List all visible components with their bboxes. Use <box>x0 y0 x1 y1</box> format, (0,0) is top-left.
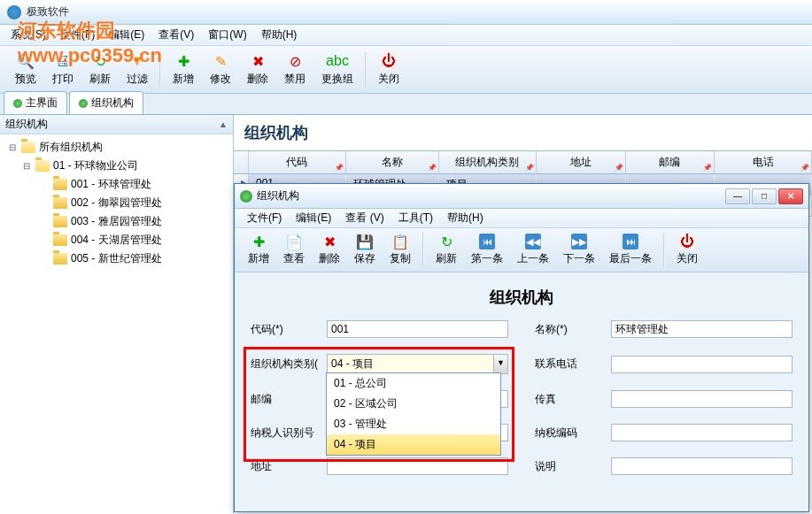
tree-item-004[interactable]: 004 - 天湖居管理处 <box>4 231 229 249</box>
tree-item-001[interactable]: 001 - 环球管理处 <box>4 175 229 194</box>
main-panel-header: 组织机构 <box>234 115 812 150</box>
menu-1[interactable]: 文件(F) <box>53 25 102 45</box>
main-toolbar: 🔍预览🖨打印↻刷新▼过滤✚新增✎修改✖删除⊘禁用abc更换组⏻关闭 <box>0 46 812 94</box>
dlg-menu-1[interactable]: 编辑(E) <box>289 209 338 227</box>
input-desc[interactable] <box>611 457 793 475</box>
save-label: 保存 <box>354 251 375 266</box>
preview-label: 预览 <box>15 72 36 87</box>
field-phone: 联系电话 <box>535 354 793 374</box>
pin-icon: 📌 <box>703 164 712 172</box>
dlg-tb-copy-button[interactable]: 📋复制 <box>384 231 416 269</box>
menu-2[interactable]: 编辑(E) <box>102 25 151 45</box>
delete-label: 删除 <box>319 251 340 266</box>
col-header-5[interactable]: 电话📌 <box>715 151 812 173</box>
dialog-title-bar[interactable]: 组织机构 — □ ✕ <box>235 184 808 209</box>
collapse-toggle[interactable]: ▲ <box>219 119 228 129</box>
tree-header-label: 组织机构 <box>5 117 48 132</box>
input-taxcode[interactable] <box>611 424 793 441</box>
print-label: 打印 <box>52 72 73 87</box>
input-name[interactable] <box>611 320 793 338</box>
label-taxid: 纳税人识别号 <box>251 426 327 441</box>
tb-preview-button[interactable]: 🔍预览 <box>8 49 43 90</box>
dlg-tb-view-button[interactable]: 📄查看 <box>278 231 310 269</box>
dlg-tb-first-button[interactable]: ⏮第一条 <box>466 231 508 269</box>
combo-type[interactable]: 04 - 项目 ▼ <box>327 354 508 374</box>
tree-company[interactable]: ⊟01 - 环球物业公司 <box>4 157 229 175</box>
separator <box>663 233 665 268</box>
edit-label: 修改 <box>210 72 231 87</box>
dropdown-option-02[interactable]: 02 - 区域公司 <box>327 394 500 414</box>
dropdown-option-03[interactable]: 03 - 管理处 <box>327 414 500 434</box>
tb-delete-button[interactable]: ✖删除 <box>240 49 275 90</box>
menu-4[interactable]: 窗口(W) <box>201 25 253 45</box>
input-address[interactable] <box>327 457 508 475</box>
next-label: 下一条 <box>563 251 595 266</box>
print-icon: 🖨 <box>54 52 72 70</box>
label-address: 地址 <box>251 459 327 474</box>
field-taxcode: 纳税编码 <box>535 424 793 441</box>
new-label: 新增 <box>173 72 194 87</box>
menu-3[interactable]: 查看(V) <box>151 25 201 45</box>
menu-0[interactable]: 系统(S) <box>4 25 53 45</box>
tb-changegroup-button[interactable]: abc更换组 <box>314 49 360 90</box>
delete-label: 删除 <box>247 72 268 87</box>
maximize-button[interactable]: □ <box>752 188 777 204</box>
main-title-bar: 极致软件 <box>0 0 812 25</box>
new-icon: ✚ <box>251 234 267 249</box>
col-header-3[interactable]: 地址📌 <box>537 151 626 173</box>
col-header-1[interactable]: 名称📌 <box>346 151 439 173</box>
tree-item-003[interactable]: 003 - 雅居园管理处 <box>4 212 229 231</box>
dropdown-option-04[interactable]: 04 - 项目 <box>327 434 500 455</box>
save-icon: 💾 <box>357 234 373 249</box>
tb-filter-button[interactable]: ▼过滤 <box>120 49 155 90</box>
preview-icon: 🔍 <box>17 52 35 70</box>
input-code[interactable] <box>327 320 508 338</box>
dlg-tb-last-button[interactable]: ⏭最后一条 <box>604 231 657 269</box>
dlg-menu-0[interactable]: 文件(F) <box>240 209 289 227</box>
col-header-4[interactable]: 邮编📌 <box>626 151 715 173</box>
dlg-menu-2[interactable]: 查看 (V) <box>338 209 391 227</box>
combo-type-button[interactable]: ▼ <box>493 355 507 373</box>
col-header-0[interactable]: 代码📌 <box>249 151 346 173</box>
tb-edit-button[interactable]: ✎修改 <box>203 49 238 90</box>
tb-refresh-button[interactable]: ↻刷新 <box>82 49 118 90</box>
expander-icon[interactable]: ⊟ <box>21 161 32 171</box>
dlg-tb-next-button[interactable]: ▶▶下一条 <box>558 231 600 269</box>
tree-item-005[interactable]: 005 - 新世纪管理处 <box>4 249 229 268</box>
dlg-menu-3[interactable]: 工具(T) <box>391 209 440 227</box>
close-button[interactable]: ✕ <box>778 188 803 204</box>
dlg-menu-4[interactable]: 帮助(H) <box>440 209 491 227</box>
dlg-tb-close-button[interactable]: ⏻关闭 <box>671 231 703 269</box>
tree-item-002[interactable]: 002 - 御翠园管理处 <box>4 194 229 212</box>
dlg-tb-new-button[interactable]: ✚新增 <box>243 231 275 269</box>
refresh-label: 刷新 <box>436 251 457 266</box>
dlg-tb-prev-button[interactable]: ◀◀上一条 <box>512 231 554 269</box>
col-header-2[interactable]: 组织机构类别📌 <box>439 151 537 173</box>
tb-disable-button[interactable]: ⊘禁用 <box>277 49 313 90</box>
tab-org-view[interactable]: 组织机构 <box>69 91 143 114</box>
expander-icon[interactable]: ⊟ <box>7 142 18 152</box>
input-phone[interactable] <box>611 356 793 373</box>
tab-main-view[interactable]: 主界面 <box>4 91 67 114</box>
dlg-tb-save-button[interactable]: 💾保存 <box>349 231 381 269</box>
pin-icon: 📌 <box>525 164 534 172</box>
filter-label: 过滤 <box>127 72 148 87</box>
input-fax[interactable] <box>611 390 793 408</box>
dlg-tb-delete-button[interactable]: ✖删除 <box>313 231 345 269</box>
tree-root[interactable]: ⊟所有组织机构 <box>4 138 229 157</box>
dlg-tb-refresh-button[interactable]: ↻刷新 <box>430 231 462 269</box>
refresh-icon: ↻ <box>91 52 109 70</box>
dropdown-option-01[interactable]: 01 - 总公司 <box>327 373 500 394</box>
changegroup-icon: abc <box>329 52 346 70</box>
minimize-button[interactable]: — <box>725 188 750 204</box>
tb-close-button[interactable]: ⏻关闭 <box>371 49 406 90</box>
dialog-heading: 组织机构 <box>251 280 793 320</box>
field-desc: 说明 <box>535 457 793 475</box>
close-label: 关闭 <box>378 72 399 87</box>
tb-new-button[interactable]: ✚新增 <box>166 49 201 90</box>
label-type: 组织机构类别( <box>251 357 327 372</box>
label-taxcode: 纳税编码 <box>535 426 611 441</box>
last-label: 最后一条 <box>609 251 652 266</box>
tb-print-button[interactable]: 🖨打印 <box>45 49 81 90</box>
menu-5[interactable]: 帮助(H) <box>254 25 305 45</box>
